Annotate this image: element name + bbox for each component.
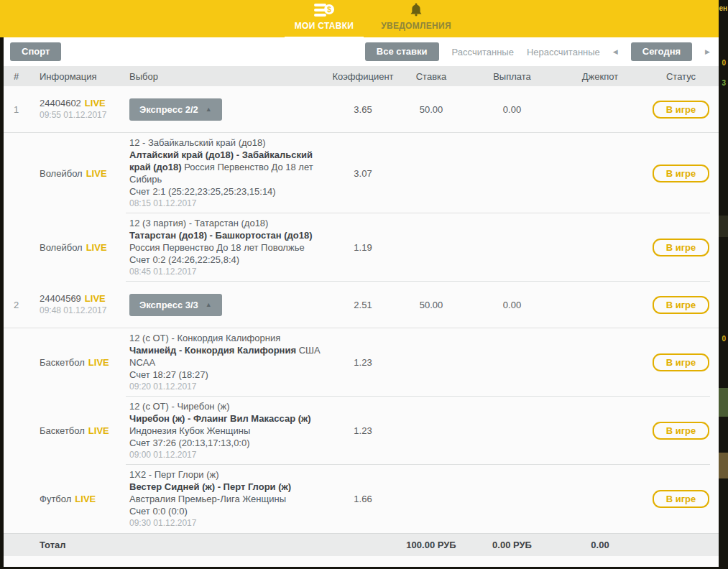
match-teams: Вестер Сидней (ж) - Перт Глори (ж) <box>129 481 291 492</box>
table-row: 124404602LIVE09:55 01.12.2017Экспресс 2/… <box>4 86 719 133</box>
filter-unsettled-link[interactable]: Нерассчитанные <box>527 47 600 57</box>
match-league: Индонезия Кубок Женщины <box>129 425 250 436</box>
bets-filter-group: Все ставки Рассчитанные Нерассчитанные ◀… <box>365 42 710 61</box>
info-cell: ВолейболLIVE <box>32 241 122 254</box>
background-fragment: 0 <box>722 335 726 343</box>
status-badge: В игре <box>653 296 710 314</box>
filter-settled-link[interactable]: Рассчитанные <box>452 47 514 57</box>
status-cell: В игре <box>643 422 719 440</box>
stake-value <box>395 362 467 363</box>
table-row: ВолейболLIVE12 - Забайкальский край (до1… <box>4 133 719 213</box>
dollar-coin-icon: $ <box>324 4 334 14</box>
pick-cell: Экспресс 2/2▲ <box>122 98 331 121</box>
info-cell: БаскетболLIVE <box>32 356 122 369</box>
collapse-icon: ▲ <box>206 106 212 113</box>
express-toggle-button[interactable]: Экспресс 2/2▲ <box>129 98 222 121</box>
table-header-row: # Информация Выбор Коэффициент Ставка Вы… <box>4 66 719 86</box>
match-info: Алтайский край (до18) - Забайкальский кр… <box>129 149 323 185</box>
active-tab-indicator <box>285 37 364 40</box>
sport-name: Баскетбол <box>40 425 85 436</box>
totals-row: Тотал 100.00 РУБ 0.00 РУБ 0.00 <box>4 533 719 556</box>
column-header-pick: Выбор <box>122 71 331 82</box>
tab-my-bets[interactable]: $ МОИ СТАВКИ <box>288 1 360 37</box>
jackpot-value <box>557 430 643 431</box>
match-datetime: 08:45 01.12.2017 <box>129 266 323 278</box>
pick-cell: 12 (3 партия) - Татарстан (до18)Татарста… <box>122 217 331 278</box>
column-header-jackpot: Джекпот <box>557 71 643 82</box>
coefficient-value: 1.23 <box>331 425 395 436</box>
next-day-arrow[interactable]: ▶ <box>705 48 710 55</box>
bet-id: 24404569 <box>40 293 81 304</box>
status-badge: В игре <box>653 353 710 371</box>
bet-datetime: 09:55 01.12.2017 <box>40 109 122 121</box>
jackpot-value <box>557 499 643 499</box>
status-cell: В игре <box>643 101 719 119</box>
stake-value <box>395 247 467 248</box>
totals-label: Тотал <box>32 540 122 550</box>
match-info: Чиребон (ж) - Флаинг Вил Макассар (ж) Ин… <box>129 412 323 437</box>
stake-value <box>395 173 467 174</box>
live-badge: LIVE <box>85 293 106 304</box>
bet-number: 2 <box>4 300 32 310</box>
bet-number: 1 <box>4 104 32 115</box>
payout-value: 0.00 <box>467 300 557 310</box>
live-badge: LIVE <box>75 494 96 504</box>
match-teams: Чиребон (ж) - Флаинг Вил Макассар (ж) <box>129 413 311 424</box>
tab-notifications[interactable]: УВЕДОМЛЕНИЯ <box>380 1 452 37</box>
match-score: Счет 0:0 (0:0) <box>129 505 323 517</box>
jackpot-value <box>557 362 643 363</box>
info-cell: ВолейболLIVE <box>32 167 122 180</box>
coefficient-value: 1.66 <box>331 494 395 504</box>
coefficient-value: 3.65 <box>331 104 395 115</box>
stake-value <box>395 499 467 499</box>
match-info: Татарстан (до18) - Башкортостан (до18) Р… <box>129 229 323 254</box>
total-stake: 100.00 РУБ <box>395 540 467 550</box>
stake-value: 50.00 <box>395 104 467 115</box>
sport-name: Баскетбол <box>40 357 85 368</box>
pick-cell: 1X2 - Перт Глори (ж)Вестер Сидней (ж) - … <box>122 468 331 529</box>
background-page-right: ен 0 3 0 <box>719 0 728 569</box>
table-row: ВолейболLIVE12 (3 партия) - Татарстан (д… <box>4 213 719 282</box>
express-toggle-button[interactable]: Экспресс 3/3▲ <box>129 294 222 316</box>
column-header-status: Статус <box>643 71 719 82</box>
bet-number <box>4 430 32 431</box>
sport-name: Футбол <box>40 494 71 504</box>
live-badge: LIVE <box>85 98 106 108</box>
match-datetime: 09:00 01.12.2017 <box>129 449 323 461</box>
coefficient-value: 3.07 <box>331 168 395 179</box>
match-datetime: 09:20 01.12.2017 <box>129 381 323 393</box>
table-row: БаскетболLIVE12 (с ОТ) - Конкордия Калиф… <box>4 328 719 397</box>
match-datetime: 09:30 01.12.2017 <box>129 517 323 529</box>
match-league: Австралия Премьер-Лига Женщины <box>129 494 286 504</box>
jackpot-value <box>557 247 643 248</box>
bell-icon <box>410 2 423 19</box>
coefficient-value: 2.51 <box>331 300 395 310</box>
prev-day-arrow[interactable]: ◀ <box>613 48 618 55</box>
my-bets-panel: Спорт Все ставки Рассчитанные Нерассчита… <box>4 37 719 567</box>
coefficient-value: 1.23 <box>331 357 395 368</box>
column-header-number: # <box>4 71 32 82</box>
top-navigation-bar: $ МОИ СТАВКИ УВЕДОМЛЕНИЯ <box>0 0 719 37</box>
total-payout: 0.00 РУБ <box>467 540 557 550</box>
status-cell: В игре <box>643 165 719 182</box>
sport-name: Волейбол <box>40 168 83 179</box>
filter-all-bets-button[interactable]: Все ставки <box>365 42 439 61</box>
pick-market: 12 (3 партия) - Татарстан (до18) <box>129 217 323 229</box>
bets-table-body: 124404602LIVE09:55 01.12.2017Экспресс 2/… <box>4 86 719 533</box>
bet-datetime: 09:48 01.12.2017 <box>40 305 122 317</box>
date-today-button[interactable]: Сегодня <box>631 42 692 61</box>
live-badge: LIVE <box>88 425 109 436</box>
info-cell: ФутболLIVE <box>32 493 122 505</box>
pick-market: 12 - Забайкальский край (до18) <box>129 137 323 149</box>
table-row: БаскетболLIVE12 (с ОТ) - Чиребон (ж)Чире… <box>4 397 719 465</box>
jackpot-value <box>557 305 643 305</box>
bets-toolbar: Спорт Все ставки Рассчитанные Нерассчита… <box>4 37 719 66</box>
coefficient-value: 1.19 <box>331 242 395 253</box>
match-teams: Татарстан (до18) - Башкортостан (до18) <box>129 230 313 241</box>
match-score: Счет 0:2 (24:26,22:25,8:4) <box>129 254 323 266</box>
match-info: Вестер Сидней (ж) - Перт Глори (ж) Австр… <box>129 481 323 505</box>
status-cell: В игре <box>643 239 719 256</box>
sport-filter-button[interactable]: Спорт <box>10 42 61 61</box>
match-score: Счет 18:27 (18:27) <box>129 369 323 381</box>
column-header-payout: Выплата <box>467 71 557 82</box>
